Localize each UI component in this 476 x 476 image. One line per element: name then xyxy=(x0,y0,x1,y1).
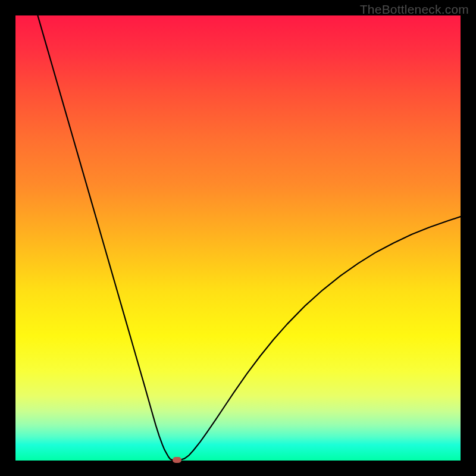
optimal-point-marker xyxy=(173,457,181,463)
watermark-text: TheBottleneck.com xyxy=(360,2,469,17)
chart-plot-area xyxy=(15,15,461,461)
